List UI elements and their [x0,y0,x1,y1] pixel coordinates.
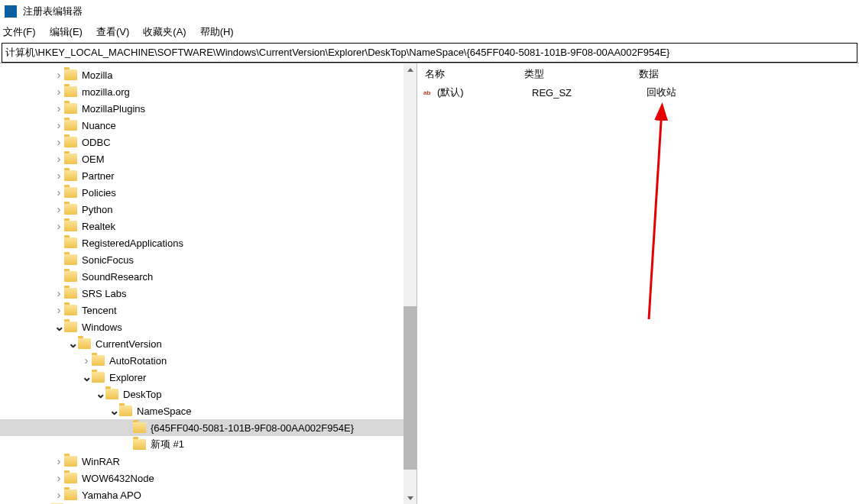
value-data: 回收站 [647,86,676,99]
folder-icon [64,288,77,299]
tree-item[interactable]: ›Yamaha APO [0,486,417,503]
menu-favorites[interactable]: 收藏夹(A) [143,25,186,39]
tree-item-label: SoundResearch [82,271,153,283]
tree-item[interactable]: ›Realtek [0,218,417,234]
folder-icon [64,69,77,80]
folder-icon [64,120,77,131]
tree-item[interactable]: ›Partner [0,167,417,184]
chevron-down-icon[interactable]: ⌄ [53,325,64,329]
value-row[interactable]: ab (默认) REG_SZ 回收站 [417,84,859,101]
chevron-right-icon[interactable]: › [53,155,64,163]
tree-item[interactable]: ›ODBC [0,134,417,150]
tree-item[interactable]: 新项 #1 [0,436,417,453]
chevron-down-icon[interactable]: ⌄ [95,392,105,396]
tree-item[interactable]: {645FF040-5081-101B-9F08-00AA002F954E} [0,419,417,436]
tree-item[interactable]: ⌄Windows [0,318,417,335]
chevron-right-icon[interactable]: › [53,457,64,465]
folder-icon [64,489,77,500]
window-title: 注册表编辑器 [23,5,83,18]
folder-icon [64,473,77,483]
tree-item-label: mozilla.org [82,86,130,98]
tree-item[interactable]: SoundResearch [0,268,417,285]
tree-item-label: RegisteredApplications [82,237,183,249]
tree-item[interactable]: RegisteredApplications [0,234,417,251]
tree-item[interactable]: ⌄DeskTop [0,386,417,402]
tree-item-label: Python [82,204,112,215]
scroll-track[interactable] [404,76,417,492]
header-type[interactable]: 类型 [524,67,639,81]
address-text: 计算机\HKEY_LOCAL_MACHINE\SOFTWARE\Windows\… [5,44,669,61]
annotation-arrow [417,63,845,491]
tree-item[interactable]: ›WOW6432Node [0,470,417,486]
tree-item[interactable]: ›WinRAR [0,453,417,470]
chevron-right-icon[interactable]: › [53,306,64,314]
menu-edit[interactable]: 编辑(E) [50,25,83,39]
tree-item-label: AutoRotation [109,355,167,367]
tree-item-label: Windows [82,321,122,333]
tree-item[interactable]: ›Mozilla [0,66,417,83]
tree-item-label: Nuance [82,120,116,131]
chevron-right-icon[interactable]: › [53,289,64,297]
scroll-thumb[interactable] [404,306,417,470]
folder-icon [64,456,77,467]
chevron-right-icon[interactable]: › [53,172,64,179]
tree-item[interactable]: ›Nuance [0,117,417,134]
chevron-down-icon[interactable]: ⌄ [109,409,119,413]
chevron-right-icon[interactable]: › [53,88,64,95]
scroll-up-button[interactable] [404,63,417,76]
chevron-right-icon[interactable]: › [53,121,64,129]
chevron-right-icon[interactable]: › [53,71,64,79]
tree-item[interactable]: ›SRS Labs [0,285,417,302]
tree-item-label: Tencent [82,305,117,316]
tree-item[interactable]: ›OEM [0,150,417,167]
folder-icon [64,86,77,97]
folder-icon [64,305,77,315]
title-bar[interactable]: 注册表编辑器 [0,0,859,23]
tree-pane[interactable]: ›Mozilla›mozilla.org›MozillaPlugins›Nuan… [0,63,417,504]
menu-bar: 文件(F) 编辑(E) 查看(V) 收藏夹(A) 帮助(H) [0,23,859,41]
tree-item[interactable]: ›MozillaPlugins [0,100,417,117]
folder-icon [64,103,77,114]
tree-item[interactable]: ⌄Explorer [0,369,417,386]
folder-icon [64,321,77,332]
chevron-down-icon[interactable]: ⌄ [67,341,78,346]
menu-help[interactable]: 帮助(H) [200,25,234,39]
chevron-right-icon[interactable]: › [53,205,64,213]
chevron-right-icon[interactable]: › [53,105,64,112]
folder-icon [78,338,91,349]
folder-icon [92,372,105,383]
chevron-right-icon[interactable]: › [53,138,64,146]
chevron-down-icon[interactable]: ⌄ [81,375,92,380]
tree-item[interactable]: ›Policies [0,184,417,201]
chevron-right-icon[interactable]: › [81,357,92,364]
tree-item[interactable]: ›Python [0,201,417,218]
folder-icon [133,439,146,450]
chevron-right-icon[interactable]: › [53,189,64,196]
tree-item[interactable]: SonicFocus [0,251,417,268]
folder-icon [64,187,77,198]
tree-item[interactable]: ›AutoRotation [0,352,417,369]
address-bar[interactable]: 计算机\HKEY_LOCAL_MACHINE\SOFTWARE\Windows\… [2,43,857,63]
menu-view[interactable]: 查看(V) [96,25,129,39]
chevron-right-icon[interactable]: › [53,491,64,499]
tree-item[interactable]: ⌄NameSpace [0,402,417,419]
string-value-icon: ab [422,87,434,98]
header-data[interactable]: 数据 [639,67,659,81]
tree-item[interactable]: ⌄CurrentVersion [0,335,417,352]
tree-item-label: MozillaPlugins [82,103,145,115]
value-pane[interactable]: 名称 类型 数据 ab (默认) REG_SZ 回收站 [417,63,859,504]
tree-scrollbar[interactable] [404,63,417,504]
chevron-right-icon[interactable]: › [53,474,64,482]
chevron-right-icon[interactable]: › [53,222,64,230]
header-name[interactable]: 名称 [425,67,524,81]
list-header: 名称 类型 数据 [417,63,859,84]
tree-item[interactable]: ›mozilla.org [0,83,417,100]
folder-icon [92,355,105,366]
scroll-down-button[interactable] [404,492,417,504]
folder-icon [64,204,77,215]
menu-file[interactable]: 文件(F) [3,25,36,39]
tree-item[interactable]: ›Tencent [0,302,417,318]
tree-item-label: Explorer [109,372,146,383]
folder-icon [64,153,77,164]
tree-item-label: Partner [82,170,115,182]
